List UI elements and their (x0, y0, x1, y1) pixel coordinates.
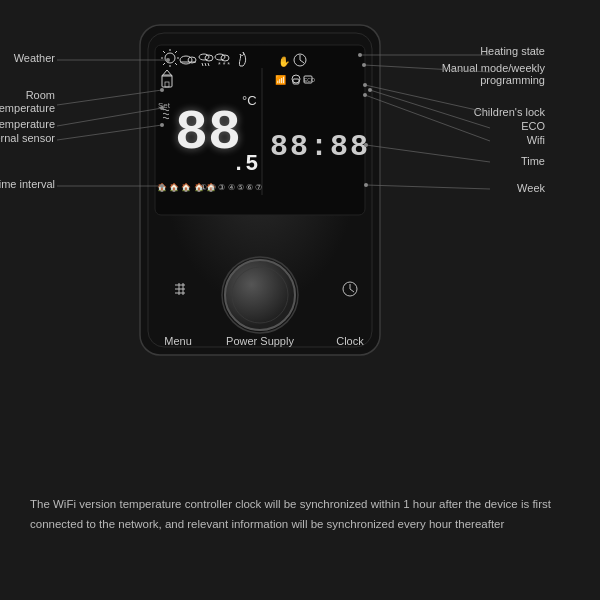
manual-mode-label: Manual mode/weekly (442, 62, 546, 74)
svg-line-64 (365, 85, 490, 113)
svg-point-73 (364, 183, 368, 187)
svg-line-70 (366, 145, 490, 162)
svg-point-57 (160, 123, 164, 127)
svg-text:① ② ③ ④ ⑤ ⑥ ⑦: ① ② ③ ④ ⑤ ⑥ ⑦ (200, 183, 262, 192)
svg-text:*  *  *: * * * (218, 61, 230, 68)
time-label: Time (521, 155, 545, 167)
svg-point-53 (160, 88, 164, 92)
description-text: The WiFi version temperature controller … (30, 495, 570, 534)
set-temp-label: Set temperature (0, 118, 55, 130)
device-illustration: * * * ✋ 📶 ECO Set 88 .5 (0, 0, 600, 430)
svg-point-55 (160, 106, 164, 110)
svg-point-61 (358, 53, 362, 57)
svg-point-65 (363, 83, 367, 87)
svg-line-72 (366, 185, 490, 189)
time-interval-label: Time interval (0, 178, 55, 190)
description-area: The WiFi version temperature controller … (0, 430, 600, 600)
time-display: 88:88 (270, 130, 370, 164)
svg-point-67 (368, 88, 372, 92)
room-temp-label2: temperature (0, 102, 55, 114)
power-supply-label: Power Supply (226, 335, 294, 347)
svg-text:📶: 📶 (275, 74, 287, 86)
week-label: Week (517, 182, 545, 194)
menu-label[interactable]: Menu (164, 335, 192, 347)
temp-decimal: .5 (232, 152, 258, 177)
room-temp-label: Room (26, 89, 55, 101)
clock-label: Clock (336, 335, 364, 347)
svg-point-71 (364, 143, 368, 147)
wifi-label: Wifi (527, 134, 545, 146)
svg-point-59 (160, 184, 164, 188)
manual-mode-label2: programming (480, 74, 545, 86)
weather-label: Weather (14, 52, 56, 64)
external-sensor-label: External sensor (0, 132, 55, 144)
svg-text:ECO: ECO (304, 77, 315, 83)
svg-point-51 (166, 58, 170, 62)
svg-point-48 (225, 260, 295, 330)
svg-point-69 (363, 93, 367, 97)
eco-label: ECO (521, 120, 545, 132)
svg-text:✋: ✋ (278, 55, 291, 68)
svg-line-68 (365, 95, 490, 141)
temp-unit: °C (242, 93, 257, 108)
svg-point-63 (362, 63, 366, 67)
main-area: * * * ✋ 📶 ECO Set 88 .5 (0, 0, 600, 430)
